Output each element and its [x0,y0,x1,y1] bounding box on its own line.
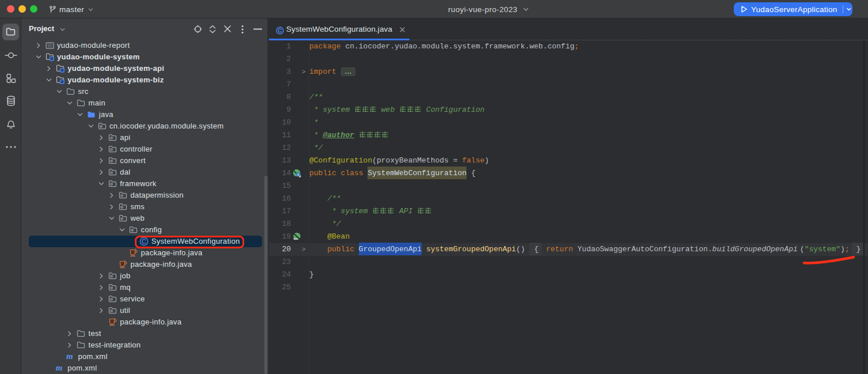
svg-text:c: c [297,172,300,176]
